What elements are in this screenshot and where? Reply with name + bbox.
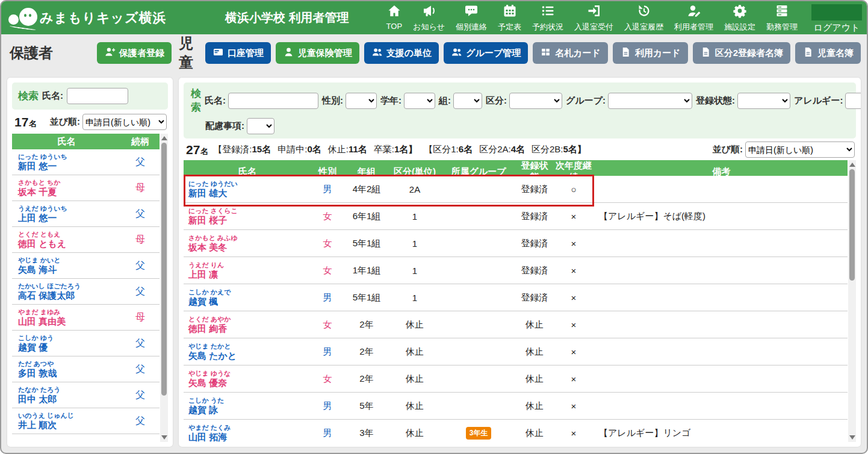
nav-item[interactable]: お知らせ — [408, 1, 450, 35]
app-logo[interactable]: みまもりキッズ横浜 — [8, 6, 207, 30]
filter-select[interactable] — [737, 93, 790, 109]
child-name-link[interactable]: やじま たかと 矢島 たかと — [184, 343, 311, 361]
section-toolbar: 保護者 保護者登録 児童 口座管理 児童保険管理 支援の単位 グループ管理 名札… — [1, 34, 867, 72]
guardian-sort-select[interactable]: 申請日(新しい順) — [82, 114, 167, 130]
child-row[interactable]: やじま たかと 矢島 たかと 男 2年 休止 休止 × — [184, 338, 848, 365]
child-grade: 5年1組 — [344, 292, 389, 303]
child-name-link[interactable]: にった さくらこ 新田 桜子 — [184, 207, 311, 225]
guardian-name[interactable]: やじま かいと 矢島 海斗 — [12, 257, 121, 275]
scroll-thumb[interactable] — [849, 169, 855, 281]
child-grade: 4年2組 — [344, 184, 389, 195]
nav-item[interactable]: 利用者管理 — [669, 1, 719, 35]
child-row[interactable]: やじま ゆうな 矢島 優奈 女 2年 休止 休止 × — [184, 365, 848, 393]
child-row[interactable]: こしか かえで 越賀 楓 男 5年1組 1 登録済 × — [184, 284, 848, 311]
toolbar-button[interactable]: 口座管理 — [205, 42, 271, 64]
guardian-name[interactable]: やまだ まゆみ 山田 真由美 — [12, 308, 121, 326]
child-name-link[interactable]: こしか かえで 越賀 楓 — [184, 288, 311, 306]
child-name-link[interactable]: とくだ あやか 徳田 絢香 — [184, 316, 311, 334]
guardian-name[interactable]: ただ あつや 多田 敦哉 — [12, 360, 121, 378]
scroll-up-icon[interactable] — [161, 136, 167, 140]
child-row[interactable]: さかもと みふゆ 坂本 美冬 女 5年1組 1 登録済 × — [184, 230, 848, 257]
nav-item[interactable]: 入退室履歴 — [619, 1, 669, 35]
toolbar-button[interactable]: 児童名簿 — [795, 42, 861, 64]
nav-item[interactable]: TOP — [381, 1, 408, 33]
guardian-name[interactable]: いのうえ じゅんじ 井上 順次 — [12, 412, 121, 430]
guardian-row[interactable]: いのうえ じゅんじ 井上 順次 父 — [12, 408, 160, 434]
nav-item[interactable]: 勤務管理 — [761, 1, 803, 35]
child-status: 休止 — [517, 373, 552, 385]
guardian-name[interactable]: うえだ ゆういち 上田 悠一 — [12, 205, 121, 223]
filter-select[interactable] — [247, 118, 274, 134]
guardian-row[interactable]: こしか ゆう 越賀 優 父 — [12, 331, 160, 356]
child-grade: 3年 — [344, 428, 389, 439]
guardian-row[interactable]: いのうえ じゅんじ 父 — [12, 434, 160, 442]
guardian-row[interactable]: やじま かいと 矢島 海斗 父 — [12, 253, 160, 279]
content-area: 検索 氏名: 17 名 並び順: 申請日(新しい順) 氏名 続柄 — [1, 72, 867, 453]
toolbar-button[interactable]: 利用カード — [613, 42, 688, 64]
child-grade: 2年 — [344, 346, 389, 358]
guardian-row[interactable]: たなか たろう 田中 太郎 父 — [12, 382, 160, 408]
child-category: 休止 — [389, 400, 440, 412]
nav-item[interactable]: 予約状況 — [527, 1, 569, 35]
scroll-thumb[interactable] — [161, 143, 167, 396]
guardian-row[interactable]: とくだ ともえ 徳田 ともえ 母 — [12, 227, 160, 253]
filter-item: 配慮事項: — [205, 118, 274, 134]
guardian-name[interactable]: こしか ゆう 越賀 優 — [12, 334, 121, 352]
nav-item[interactable]: 入退室受付 — [569, 1, 619, 35]
child-name-link[interactable]: やじま ゆうな 矢島 優奈 — [184, 370, 311, 388]
guardian-name[interactable]: さかもと ちか 坂本 千夏 — [12, 179, 121, 197]
child-row[interactable]: やまだ たくみ 山田 拓海 男 3年 休止 3年生 休止 × 【アレルギー】リン… — [184, 420, 848, 442]
children-scrollbar[interactable] — [848, 160, 856, 442]
child-row[interactable]: にった さくらこ 新田 桜子 女 6年1組 1 登録済 × 【アレルギー】そば(… — [184, 203, 848, 230]
child-status: 登録済 — [517, 265, 552, 276]
filter-select[interactable] — [346, 93, 377, 109]
guardian-scrollbar[interactable] — [160, 134, 168, 442]
guardian-row[interactable]: ただ あつや 多田 敦哉 父 — [12, 356, 160, 382]
child-row[interactable]: うえだ りん 上田 凛 女 1年1組 1 登録済 × — [184, 257, 848, 284]
guardian-row[interactable]: にった ゆういち 新田 悠一 父 — [12, 149, 160, 175]
guardian-register-button[interactable]: 保護者登録 — [97, 42, 172, 64]
child-gender: 女 — [311, 373, 344, 385]
guardian-row[interactable]: うえだ ゆういち 上田 悠一 父 — [12, 201, 160, 227]
guardian-relation: 父 — [121, 156, 160, 169]
logout-button[interactable]: ログアウト — [807, 2, 867, 34]
scroll-down-icon[interactable] — [161, 435, 167, 440]
scroll-down-icon[interactable] — [849, 435, 855, 440]
guardian-name[interactable]: とくだ ともえ 徳田 ともえ — [12, 231, 121, 249]
filter-input[interactable] — [228, 93, 318, 109]
toolbar-button[interactable]: 区分2登録者名簿 — [693, 42, 790, 64]
nav-item[interactable]: 施設設定 — [719, 1, 761, 35]
guardian-name[interactable]: にった ゆういち 新田 悠一 — [12, 153, 121, 171]
child-next-year: × — [552, 266, 595, 276]
nav-item[interactable]: 予定表 — [492, 1, 527, 35]
filter-select[interactable] — [509, 93, 562, 109]
guardian-row[interactable]: やまだ まゆみ 山田 真由美 母 — [12, 305, 160, 331]
guardian-name[interactable]: たかいし ほごたろう 高石 保護太郎 — [12, 282, 121, 300]
guardian-row[interactable]: たかいし ほごたろう 高石 保護太郎 父 — [12, 279, 160, 305]
guardian-name-input[interactable] — [67, 88, 128, 104]
nav-item[interactable]: 個別連絡 — [450, 1, 492, 35]
child-name-link[interactable]: うえだ りん 上田 凛 — [184, 261, 311, 279]
child-name-link[interactable]: さかもと みふゆ 坂本 美冬 — [184, 234, 311, 252]
child-group: 3年生 — [440, 427, 517, 440]
child-row[interactable]: にった ゆうだい 新田 雄大 男 4年2組 2A 登録済 ○ — [184, 176, 848, 203]
toolbar-button[interactable]: 支援の単位 — [364, 42, 439, 64]
child-name-link[interactable]: にった ゆうだい 新田 雄大 — [184, 180, 311, 198]
filter-select[interactable] — [404, 93, 435, 109]
child-row[interactable]: とくだ あやか 徳田 絢香 女 2年 休止 休止 × — [184, 311, 848, 338]
toolbar-button[interactable]: 名札カード — [533, 42, 608, 64]
child-name-link[interactable]: やまだ たくみ 山田 拓海 — [184, 424, 311, 442]
toolbar-button[interactable]: グループ管理 — [444, 42, 528, 64]
children-sort-select[interactable]: 申請日(新しい順) — [745, 141, 855, 158]
filter-select[interactable] — [453, 93, 482, 109]
guardian-name[interactable]: たなか たろう 田中 太郎 — [12, 386, 121, 404]
child-row[interactable]: こしか うた 越賀 詠 男 5年 休止 休止 × — [184, 393, 848, 420]
toolbar-button[interactable]: 児童保険管理 — [276, 42, 359, 64]
child-gender: 男 — [311, 184, 344, 195]
scroll-up-icon[interactable] — [849, 163, 855, 167]
filter-select[interactable] — [845, 93, 861, 109]
filter-select[interactable] — [608, 93, 692, 109]
guardian-row[interactable]: さかもと ちか 坂本 千夏 母 — [12, 175, 160, 201]
child-name-link[interactable]: こしか うた 越賀 詠 — [184, 397, 311, 415]
guardian-relation: 父 — [121, 441, 160, 443]
